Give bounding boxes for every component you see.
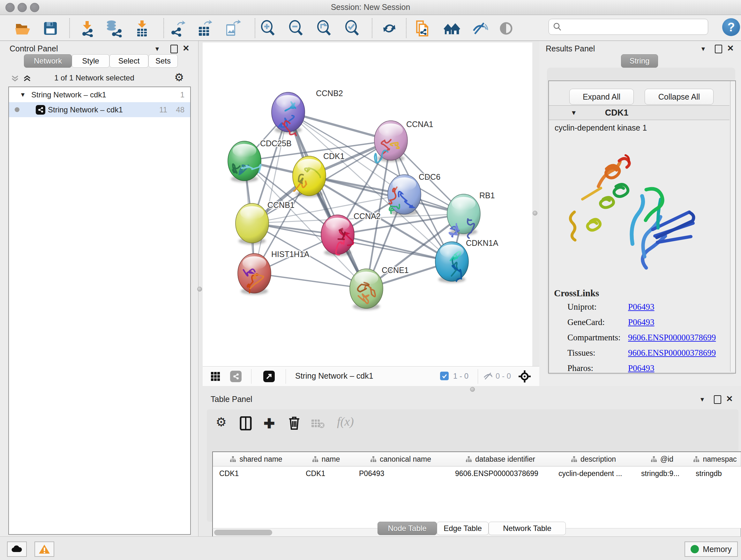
node-section-header[interactable]: ▼ CDK1	[549, 105, 730, 120]
network-node-cdk1[interactable]: CDK1	[293, 152, 345, 197]
help-button[interactable]: ?	[722, 18, 740, 36]
panel-menu-icon[interactable]: ▾	[700, 395, 704, 403]
table-cell[interactable]: CDK1	[213, 467, 299, 480]
network-node-cdkn1a[interactable]: CDKN1A	[435, 239, 498, 283]
collection-expand-icon[interactable]: ▼	[20, 91, 26, 98]
network-edge[interactable]	[254, 273, 366, 289]
collapse-all-networks-icon[interactable]	[11, 74, 19, 83]
detach-view-icon[interactable]	[263, 371, 275, 382]
node-table[interactable]: shared name name canonical name database…	[212, 451, 741, 530]
crosslink-link[interactable]: P06493	[628, 363, 655, 373]
panel-float-icon[interactable]	[715, 45, 722, 53]
selected-checkbox-icon[interactable]	[440, 372, 449, 380]
import-table-icon[interactable]	[133, 19, 151, 37]
panel-close-icon[interactable]: ✕	[726, 394, 733, 404]
table-cell[interactable]: CDK1	[299, 467, 353, 480]
crosslink-link[interactable]: 9606.ENSP00000378699	[628, 348, 716, 358]
network-node-ccna2[interactable]: CCNA2	[321, 212, 381, 256]
table-options-gear-icon[interactable]: ⚙	[216, 415, 226, 429]
import-network-from-database-icon[interactable]	[105, 19, 122, 37]
crosslink-link[interactable]: 9606.ENSP00000378699	[628, 333, 716, 343]
network-node-ccnb1[interactable]: CCNB1	[235, 200, 294, 245]
network-node-cdc6[interactable]: CDC6	[388, 172, 441, 216]
string-network-graph[interactable]: CCNB2CCNA1CDC25BCDK1CDC6RB1CCNB1CCNA2CDK…	[203, 43, 532, 366]
section-collapse-icon[interactable]: ▼	[570, 109, 577, 117]
show-all-nodes-icon[interactable]	[444, 19, 461, 37]
clone-network-icon[interactable]	[413, 19, 431, 37]
table-cell[interactable]: 9606.ENSP00000378699	[449, 467, 552, 480]
network-type-share-icon[interactable]	[230, 371, 242, 382]
tab-select[interactable]: Select	[110, 54, 148, 68]
tab-network-table[interactable]: Network Table	[488, 522, 566, 535]
network-node-ccne1[interactable]: CCNE1	[350, 266, 409, 310]
column-header-description[interactable]: description	[552, 452, 635, 466]
delete-column-icon[interactable]	[288, 416, 300, 430]
export-table-icon[interactable]	[196, 19, 214, 37]
results-scrollbar[interactable]	[730, 81, 735, 372]
column-header-database-identifier[interactable]: database identifier	[449, 452, 552, 466]
panel-menu-icon[interactable]: ▾	[701, 45, 705, 53]
create-column-icon[interactable]: ✚	[264, 416, 275, 431]
left-splitter-handle[interactable]	[197, 287, 202, 292]
column-header-shared-name[interactable]: shared name	[213, 452, 300, 466]
network-node-rb1[interactable]: RB1	[447, 191, 495, 238]
network-node-ccna1[interactable]: CCNA1	[374, 120, 433, 163]
export-image-icon[interactable]	[223, 19, 241, 37]
crosslink-link[interactable]: P06493	[628, 302, 655, 312]
birdseye-grid-icon[interactable]	[210, 371, 221, 382]
column-header--id[interactable]: @id	[635, 452, 690, 466]
cloud-status-button[interactable]	[7, 542, 27, 557]
show-hidden-eye-icon[interactable]	[498, 19, 516, 37]
tab-style[interactable]: Style	[72, 54, 110, 68]
show-columns-icon[interactable]	[239, 416, 252, 430]
network-row-selected[interactable]: String Network – cdk1 11 48	[9, 102, 190, 117]
search-input[interactable]	[562, 22, 697, 32]
tab-edge-table[interactable]: Edge Table	[437, 522, 488, 535]
network-edge[interactable]	[254, 112, 288, 273]
zoom-in-icon[interactable]	[259, 19, 277, 37]
hide-selected-eye-icon[interactable]	[471, 19, 489, 37]
network-edge[interactable]	[288, 112, 366, 289]
memory-button[interactable]: Memory	[684, 542, 738, 557]
table-cell[interactable]: stringdb	[689, 467, 741, 480]
expand-all-networks-icon[interactable]	[23, 74, 31, 83]
crosslink-link[interactable]: P06493	[628, 317, 655, 327]
import-network-icon[interactable]	[78, 19, 96, 37]
network-node-ccnb2[interactable]: CCNB2	[272, 89, 343, 135]
table-cell[interactable]: P06493	[353, 467, 449, 480]
open-session-icon[interactable]	[13, 19, 31, 37]
network-edge[interactable]	[338, 235, 452, 261]
table-cell[interactable]: cyclin-dependent ...	[552, 467, 635, 480]
network-options-gear-icon[interactable]: ⚙	[174, 71, 184, 84]
column-header-canonical-name[interactable]: canonical name	[353, 452, 449, 466]
panel-float-icon[interactable]	[171, 45, 178, 53]
save-session-icon[interactable]	[42, 19, 59, 37]
panel-close-icon[interactable]: ✕	[727, 44, 734, 53]
export-network-icon[interactable]	[169, 19, 186, 37]
tab-sets[interactable]: Sets	[148, 54, 178, 68]
birdseye-toggle-icon[interactable]	[518, 370, 531, 383]
zoom-out-icon[interactable]	[287, 19, 305, 37]
horizontal-splitter[interactable]	[203, 386, 741, 392]
panel-menu-icon[interactable]: ▾	[155, 45, 159, 53]
tab-node-table[interactable]: Node Table	[378, 522, 437, 535]
column-header-namespac[interactable]: namespac	[689, 452, 741, 466]
splitter-handle[interactable]	[470, 387, 475, 392]
panel-float-icon[interactable]	[714, 395, 721, 404]
tab-string[interactable]: String	[621, 54, 658, 68]
panel-close-icon[interactable]: ✕	[183, 44, 190, 53]
collapse-all-button[interactable]: Collapse All	[645, 89, 714, 105]
column-header-name[interactable]: name	[299, 452, 353, 466]
right-splitter-handle[interactable]	[533, 211, 537, 215]
network-canvas[interactable]: CCNB2CCNA1CDC25BCDK1CDC6RB1CCNB1CCNA2CDK…	[203, 43, 532, 366]
tab-network[interactable]: Network	[24, 54, 72, 68]
zoom-fit-icon[interactable]	[315, 19, 333, 37]
scrollbar-thumb[interactable]	[214, 530, 272, 536]
apply-layout-icon[interactable]	[381, 19, 398, 37]
search-box[interactable]	[549, 19, 708, 35]
network-node-cdc25b[interactable]: CDC25B	[228, 139, 292, 182]
network-collection-row[interactable]: ▼ String Network – cdk1 1	[9, 87, 190, 102]
table-cell[interactable]: stringdb:9...	[635, 467, 689, 480]
expand-all-button[interactable]: Expand All	[569, 89, 634, 105]
zoom-selected-icon[interactable]	[343, 19, 361, 37]
